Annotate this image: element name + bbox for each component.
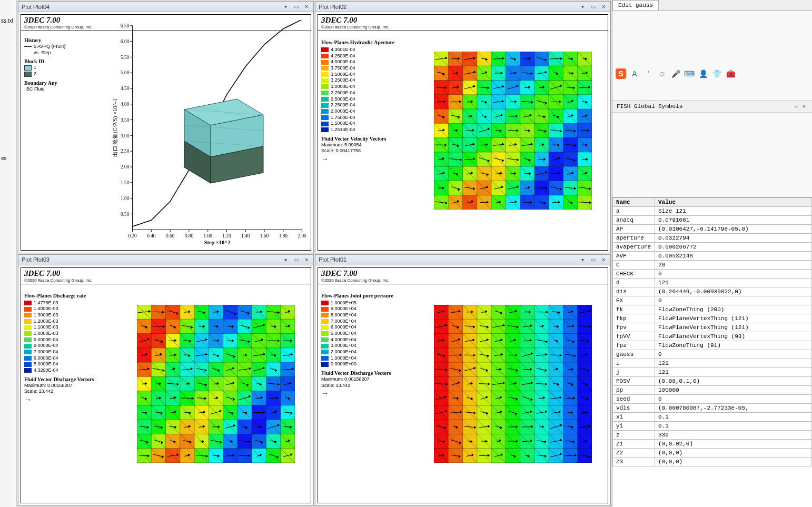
- dropdown-icon[interactable]: ▾: [282, 3, 289, 11]
- fish-globals-header[interactable]: FISH Global Symbols ▭ ✕: [612, 100, 812, 113]
- plot02-body[interactable]: 3DEC 7.00 ©2020 Itasca Consulting Group,…: [315, 12, 610, 253]
- plot03-title-bar[interactable]: Plot Plot03 ▾ ▭ ✕: [18, 255, 313, 265]
- table-row[interactable]: Z2(0,0,0): [613, 449, 812, 458]
- table-row[interactable]: avaperture0.000266772: [613, 243, 812, 252]
- table-row[interactable]: CHECK0: [613, 270, 812, 279]
- table-row[interactable]: POSV(0.08,0.1,0): [613, 377, 812, 386]
- fish-header-text: FISH Global Symbols: [617, 103, 682, 110]
- sogou-icon[interactable]: S: [616, 68, 626, 79]
- restore-icon[interactable]: ▭: [793, 103, 800, 110]
- table-row[interactable]: z339: [613, 431, 812, 440]
- table-row[interactable]: d121: [613, 279, 812, 287]
- table-row[interactable]: pp100000: [613, 386, 812, 395]
- close-icon[interactable]: ✕: [600, 3, 607, 11]
- sym-value: 339: [655, 431, 812, 440]
- comma-icon[interactable]: ': [643, 68, 653, 79]
- close-icon[interactable]: ✕: [303, 256, 310, 263]
- table-row[interactable]: fkFlowZoneThing (200): [613, 305, 812, 314]
- plot01-title-bar[interactable]: Plot Plot01 ▾ ▭ ✕: [315, 255, 610, 265]
- ime-toolbar: S A ' ☺ 🎤 ⌨ 👤 👕 🧰: [612, 63, 812, 84]
- skin-icon[interactable]: 👕: [711, 68, 722, 79]
- table-row[interactable]: gauss0: [613, 350, 812, 359]
- colorbar-entry: 4.3290E-04: [24, 367, 94, 374]
- table-row[interactable]: fpVVFlowPlaneVertexThing (93): [613, 332, 812, 341]
- table-row[interactable]: AP(0.0106427,-6.14179e-05,0): [613, 225, 812, 234]
- plot02-title-bar[interactable]: Plot Plot02 ▾ ▭ ✕: [315, 2, 610, 12]
- dropdown-icon[interactable]: ▾: [282, 256, 289, 263]
- sym-value: (0.000780087,-2.77233e-05,: [655, 404, 812, 413]
- plot-panel-04: Plot Plot04 ▾ ▭ ✕ 3DEC 7.00 ©2020 Itasca…: [18, 1, 314, 253]
- dropdown-icon[interactable]: ▾: [579, 3, 586, 11]
- restore-icon[interactable]: ▭: [589, 256, 597, 263]
- sym-value: FlowZoneThing (91): [655, 341, 812, 350]
- toolbox-icon[interactable]: 🧰: [725, 68, 736, 79]
- sym-value: 100000: [655, 386, 812, 395]
- table-row[interactable]: j121: [613, 368, 812, 377]
- close-icon[interactable]: ✕: [600, 256, 607, 263]
- table-row[interactable]: anatq0.0791061: [613, 216, 812, 225]
- vs-step: vs. Step: [34, 50, 65, 56]
- smiley-icon[interactable]: ☺: [657, 68, 667, 79]
- colorbar-entry: 1.0000E+04: [321, 355, 393, 362]
- table-row[interactable]: i121: [613, 359, 812, 368]
- table-row[interactable]: seed0: [613, 395, 812, 404]
- sym-name: z: [613, 431, 655, 440]
- svg-text:出口流量(C/P/S) ×10^-1: 出口流量(C/P/S) ×10^-1: [112, 98, 119, 157]
- dropdown-icon[interactable]: ▾: [579, 256, 586, 263]
- restore-icon[interactable]: ▭: [292, 3, 300, 11]
- table-row[interactable]: Z1(0,0.02,0): [613, 440, 812, 449]
- sym-value: 0: [655, 270, 812, 279]
- plot01-title: Plot Plot01: [319, 256, 579, 263]
- plot04-body[interactable]: 3DEC 7.00 ©2020 Itasca Consulting Group,…: [18, 12, 313, 253]
- keyboard-icon[interactable]: ⌨: [684, 68, 695, 79]
- gutter-item[interactable]: ss.txt: [1, 18, 15, 24]
- plot01-legend-title: Flow-Planes Joint pore pressure: [321, 292, 393, 299]
- table-row[interactable]: fpzFlowZoneThing (91): [613, 341, 812, 350]
- tab-edit-gauss[interactable]: Edit gauss: [612, 0, 659, 10]
- mic-icon[interactable]: 🎤: [670, 68, 681, 79]
- restore-icon[interactable]: ▭: [292, 256, 300, 263]
- table-row[interactable]: aSize 121: [613, 207, 812, 216]
- table-row[interactable]: aperture0.0322794: [613, 234, 812, 243]
- gutter-item[interactable]: es: [1, 155, 15, 161]
- colorbar-entry: 1.7500E-04: [321, 115, 394, 121]
- table-row[interactable]: dis(0.264449,-0.00939822,0): [613, 287, 812, 296]
- restore-icon[interactable]: ▭: [589, 3, 597, 11]
- table-row[interactable]: fpvFlowPlaneVertexThing (121): [613, 323, 812, 332]
- col-value[interactable]: Value: [655, 198, 812, 207]
- col-name[interactable]: Name: [613, 198, 655, 207]
- table-row[interactable]: vdis(0.000780087,-2.77233e-05,: [613, 404, 812, 413]
- table-row[interactable]: xi0.1: [613, 413, 812, 422]
- table-row[interactable]: fkpFlowPlaneVertexThing (121): [613, 314, 812, 323]
- sym-name: aperture: [613, 234, 655, 243]
- sym-value: 121: [655, 368, 812, 377]
- sym-name: yi: [613, 422, 655, 431]
- table-row[interactable]: yi0.1: [613, 422, 812, 431]
- table-row[interactable]: Z3(0,0,0): [613, 458, 812, 466]
- sym-name: CHECK: [613, 270, 655, 279]
- table-row[interactable]: C20: [613, 261, 812, 270]
- colorbar-entry: 5.0000E+04: [321, 331, 393, 337]
- plot03-vec-scale: Scale: 13.442: [24, 389, 94, 395]
- svg-text:5.50: 5.50: [121, 54, 130, 59]
- boundary-label: Boundary Any: [24, 79, 65, 86]
- table-row[interactable]: AVP0.00532148: [613, 252, 812, 261]
- sym-name: EX: [613, 296, 655, 305]
- close-icon[interactable]: ✕: [800, 103, 808, 110]
- table-row[interactable]: EX0: [613, 296, 812, 305]
- colorbar-entry: 4.2500E-04: [321, 53, 394, 59]
- colorbar-entry: 5.0000E-04: [24, 361, 94, 367]
- history-label: History: [24, 37, 65, 44]
- arrow-icon: →: [321, 389, 329, 398]
- close-icon[interactable]: ✕: [303, 3, 310, 11]
- svg-text:1.00: 1.00: [204, 233, 213, 238]
- letter-a-icon[interactable]: A: [629, 68, 640, 79]
- plot01-copyright: ©2020 Itasca Consulting Group, Inc.: [321, 278, 605, 283]
- plot04-title-bar[interactable]: Plot Plot04 ▾ ▭ ✕: [18, 2, 313, 12]
- person-icon[interactable]: 👤: [698, 68, 708, 79]
- plot01-body[interactable]: 3DEC 7.00 ©2020 Itasca Consulting Group,…: [315, 265, 610, 506]
- plot03-body[interactable]: 3DEC 7.00 ©2020 Itasca Consulting Group,…: [18, 265, 313, 506]
- symbols-table[interactable]: Name Value aSize 121anatq0.0791061AP(0.0…: [612, 197, 812, 507]
- colorbar-entry: 1.3000E-03: [24, 312, 94, 319]
- sym-name: fpVV: [613, 332, 655, 341]
